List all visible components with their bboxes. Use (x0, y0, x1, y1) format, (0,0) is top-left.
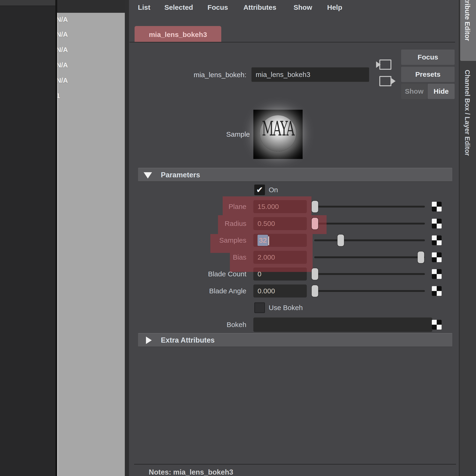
notes-label: Notes: mia_lens_bokeh3 (149, 468, 233, 476)
node-type-label: mia_lens_bokeh: (164, 68, 246, 82)
tab-attribute-editor[interactable]: Attribute Editor (460, 0, 476, 61)
panel-gap (125, 0, 129, 476)
parameter-label: Blade Count (152, 266, 246, 282)
texture-map-button[interactable] (432, 202, 442, 211)
parameter-label: Samples (152, 232, 246, 249)
menu-attributes[interactable]: Attributes (243, 2, 276, 13)
parameter-slider-handle[interactable] (312, 218, 318, 229)
spreadsheet-cell[interactable]: N/A (57, 61, 84, 69)
texture-map-button[interactable] (432, 269, 442, 279)
parameter-slider-track[interactable] (314, 273, 425, 275)
use-bokeh-checkbox[interactable] (254, 302, 265, 313)
hide-button[interactable]: Hide (428, 84, 455, 99)
parameter-value-input[interactable]: 0.500 (253, 217, 307, 230)
parameter-value-input[interactable]: 0 (253, 268, 307, 281)
on-checkbox[interactable]: ✔ (254, 185, 265, 195)
bokeh-label: Bokeh (152, 316, 246, 333)
spreadsheet-cell[interactable]: 1 (57, 92, 84, 100)
parameter-label: Radius (152, 215, 246, 232)
spreadsheet-cell[interactable]: N/A (57, 16, 84, 23)
outliner-panel-header (0, 0, 55, 6)
parameter-slider-handle[interactable] (338, 235, 344, 246)
parameter-row: Blade Count 0 (129, 266, 460, 282)
input-connection-icon[interactable] (379, 60, 391, 70)
texture-map-button[interactable] (432, 219, 442, 228)
parameter-slider-handle[interactable] (312, 201, 318, 212)
parameter-slider-track[interactable] (314, 223, 425, 224)
parameter-label: Blade Angle (152, 283, 246, 299)
parameter-slider-track[interactable] (314, 256, 425, 258)
spreadsheet-cell[interactable]: N/A (57, 46, 84, 54)
sample-label: Sample (180, 127, 250, 141)
texture-map-button[interactable] (432, 236, 442, 245)
focus-button[interactable]: Focus (401, 50, 455, 65)
spreadsheet-column: N/AN/AN/AN/AN/A1 (57, 0, 125, 476)
expand-triangle-icon[interactable] (146, 337, 152, 344)
parameter-row: Radius 0.500 (129, 215, 460, 232)
spreadsheet-cell[interactable]: N/A (57, 77, 84, 84)
attribute-editor-panel: ListSelectedFocusAttributesShowHelp mia_… (129, 0, 460, 476)
parameter-row: Blade Angle 0.000 (129, 283, 460, 299)
tab-divider (129, 42, 455, 43)
parameter-label: Plane (152, 198, 246, 215)
spreadsheet-column-body: N/AN/AN/AN/AN/A1 (57, 13, 125, 476)
show-button[interactable]: Show (401, 84, 427, 99)
parameter-value-input[interactable]: 15.000 (253, 200, 307, 213)
use-bokeh-label: Use Bokeh (269, 299, 303, 316)
texture-map-button[interactable] (432, 286, 442, 296)
section-label: Parameters (161, 168, 200, 182)
parameter-slider-track[interactable] (314, 239, 425, 241)
parameter-row: Samples 32 (129, 232, 460, 249)
collapse-triangle-icon[interactable] (144, 172, 152, 178)
sample-swatch[interactable]: MAYA (253, 110, 303, 159)
on-label: On (269, 182, 278, 198)
menu-selected[interactable]: Selected (164, 2, 193, 13)
menu-show[interactable]: Show (293, 2, 312, 13)
parameter-slider-handle[interactable] (312, 268, 318, 280)
menu-help[interactable]: Help (327, 2, 342, 13)
maya-logo-text: MAYA (256, 117, 300, 140)
parameter-value-input[interactable]: 32 (253, 234, 307, 247)
tab-channel-box-layer-editor[interactable]: Channel Box / Layer Editor (463, 70, 471, 156)
menu-focus[interactable]: Focus (207, 2, 228, 13)
arrow-icon (376, 61, 381, 68)
output-connection-icon[interactable] (379, 76, 391, 86)
bokeh-input[interactable] (253, 318, 432, 332)
parameter-value-input[interactable]: 2.000 (253, 251, 307, 264)
parameter-slider-track[interactable] (314, 290, 425, 292)
section-extra-attributes[interactable]: Extra Attributes (138, 333, 452, 347)
section-parameters[interactable]: Parameters (138, 168, 452, 182)
parameter-slider-track[interactable] (314, 206, 425, 207)
node-tab-mia-lens-bokeh3[interactable]: mia_lens_bokeh3 (135, 26, 221, 42)
section-label: Extra Attributes (161, 334, 215, 347)
node-name-input[interactable]: mia_lens_bokeh3 (252, 68, 369, 82)
right-sidebar: Attribute Editor Channel Box / Layer Edi… (460, 0, 476, 476)
parameter-row: Bias 2.000 (129, 249, 460, 266)
parameter-slider-handle[interactable] (418, 252, 424, 263)
parameter-label: Bias (152, 249, 246, 266)
texture-map-button[interactable] (432, 252, 442, 262)
menu-list[interactable]: List (138, 2, 150, 13)
presets-button[interactable]: Presets (401, 67, 455, 82)
parameter-value-input[interactable]: 0.000 (253, 285, 307, 298)
texture-map-button[interactable] (432, 320, 442, 330)
text-cursor (268, 236, 269, 245)
arrow-icon (391, 78, 396, 84)
spreadsheet-cell[interactable]: N/A (57, 31, 84, 38)
selected-text: 32 (257, 235, 268, 246)
parameter-slider-handle[interactable] (312, 285, 318, 297)
parameter-row: Plane 15.000 (129, 198, 460, 215)
panel-splitter[interactable] (55, 0, 57, 476)
notes-divider (134, 464, 456, 465)
outliner-panel (0, 0, 55, 476)
